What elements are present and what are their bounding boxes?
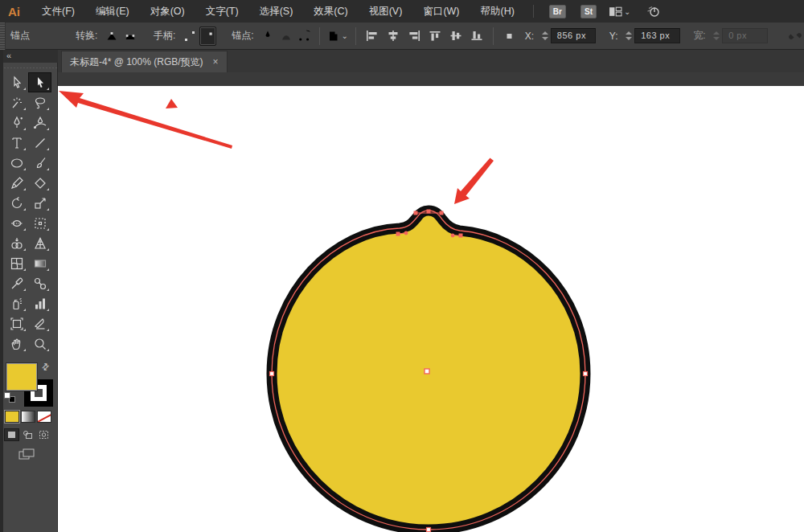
panel-edge xyxy=(0,50,3,532)
screen-mode-button[interactable] xyxy=(16,447,37,461)
menu-item-help[interactable]: 帮助(H) xyxy=(470,1,525,23)
gradient-mode-button[interactable] xyxy=(21,411,35,423)
y-label[interactable]: Y: xyxy=(609,31,618,42)
fill-color-swatch[interactable] xyxy=(6,363,37,391)
convert-label: 转换: xyxy=(76,29,97,43)
selection-tool[interactable] xyxy=(5,72,28,92)
draw-behind-button[interactable] xyxy=(20,428,35,441)
broken-chain-icon xyxy=(786,27,803,46)
bridge-button[interactable]: Br xyxy=(549,5,566,18)
artboard-canvas[interactable] xyxy=(58,86,804,532)
menu-item-effect[interactable]: 效果(C) xyxy=(303,1,358,23)
show-handles-icon[interactable] xyxy=(181,27,198,46)
close-icon[interactable]: × xyxy=(213,56,219,68)
x-stepper[interactable] xyxy=(541,30,548,43)
default-colors-icon[interactable] xyxy=(4,392,15,403)
artboard-tool[interactable] xyxy=(5,313,28,334)
document-tab[interactable]: 未标题-4* @ 100% (RGB/预览) × xyxy=(61,51,228,72)
shaper-tool[interactable] xyxy=(5,173,28,193)
menu-item-select[interactable]: 选择(S) xyxy=(249,1,304,23)
connect-path-icon[interactable] xyxy=(277,27,294,46)
hand-tool[interactable] xyxy=(5,334,28,354)
column-graph-tool[interactable] xyxy=(28,293,51,313)
align-top-icon[interactable] xyxy=(425,27,445,46)
align-center-horizontal-icon[interactable] xyxy=(384,27,403,46)
center-point-marker xyxy=(425,369,429,374)
panel-grip[interactable] xyxy=(0,23,6,50)
align-bottom-icon[interactable] xyxy=(467,27,486,46)
draw-inside-button[interactable] xyxy=(36,428,51,441)
scale-tool[interactable] xyxy=(28,193,51,213)
align-middle-vertical-icon[interactable] xyxy=(446,27,466,46)
menu-item-window[interactable]: 窗口(W) xyxy=(412,1,470,23)
lasso-tool[interactable] xyxy=(28,92,51,113)
menu-bar: Ai 文件(F)编辑(E)对象(O)文字(T)选择(S)效果(C)视图(V)窗口… xyxy=(0,0,804,23)
controlbar-divider xyxy=(355,27,356,45)
workspace-switcher-icon[interactable]: ⌄ xyxy=(609,6,630,18)
app-logo: Ai xyxy=(8,5,20,18)
width-tool[interactable] xyxy=(5,213,28,233)
menu-item-file[interactable]: 文件(F) xyxy=(31,1,85,23)
document-tab-title: 未标题-4* @ 100% (RGB/预览) xyxy=(70,55,203,69)
eyedropper-tool[interactable] xyxy=(5,273,28,293)
paintbrush-tool[interactable] xyxy=(28,153,51,173)
menu-item-type[interactable]: 文字(T) xyxy=(195,1,249,23)
width-field: 0 px xyxy=(722,28,768,43)
align-right-icon[interactable] xyxy=(404,27,424,46)
direct-selection-tool[interactable] xyxy=(28,72,51,92)
menu-item-edit[interactable]: 编辑(E) xyxy=(85,1,140,23)
menu-item-view[interactable]: 视图(V) xyxy=(359,1,413,23)
gradient-tool[interactable] xyxy=(28,253,51,273)
magic-wand-tool[interactable] xyxy=(5,92,28,113)
convert-to-smooth-icon[interactable] xyxy=(121,27,138,46)
color-mode-button[interactable] xyxy=(5,411,19,423)
stock-button[interactable]: St xyxy=(580,5,597,18)
tools-grid xyxy=(5,72,53,354)
mesh-tool[interactable] xyxy=(5,253,28,273)
free-transform-tool[interactable] xyxy=(28,213,51,233)
shape-builder-tool[interactable] xyxy=(5,233,28,253)
symbol-sprayer-tool[interactable] xyxy=(5,293,28,313)
chevron-down-icon: ⌄ xyxy=(624,7,630,16)
y-field[interactable]: 163 px xyxy=(634,28,680,43)
ellipse-tool[interactable] xyxy=(5,153,28,173)
remove-anchor-pen-icon[interactable] xyxy=(260,27,277,46)
controlbar-divider xyxy=(319,27,320,45)
pen-tool[interactable] xyxy=(5,113,28,133)
anchor-point-icon xyxy=(500,27,519,46)
blend-tool[interactable] xyxy=(28,273,51,293)
arrow-to-direct-selection xyxy=(59,91,232,149)
panel-collapse-button[interactable]: « xyxy=(3,50,58,63)
type-tool[interactable] xyxy=(5,133,28,153)
menu-item-object[interactable]: 对象(O) xyxy=(140,1,195,23)
handles-label: 手柄: xyxy=(154,29,175,43)
slice-tool[interactable] xyxy=(28,313,51,334)
swap-fill-stroke-icon[interactable]: ⇄ xyxy=(39,361,52,374)
control-bar: 锚点 转换: 手柄: 锚点: ⌄ X: 856 px xyxy=(0,23,804,50)
tab-strip-lower xyxy=(58,72,804,86)
x-label[interactable]: X: xyxy=(525,31,534,42)
cut-path-icon[interactable] xyxy=(296,27,313,46)
launch-icon[interactable] xyxy=(646,4,661,18)
x-field[interactable]: 856 px xyxy=(551,28,597,43)
line-segment-tool[interactable] xyxy=(28,133,51,153)
convert-to-corner-icon[interactable] xyxy=(103,27,120,46)
tools-panel: « ⇄ xyxy=(0,50,58,532)
zoom-tool[interactable] xyxy=(28,334,51,354)
rotate-tool[interactable] xyxy=(5,193,28,213)
draw-normal-button[interactable] xyxy=(4,428,19,441)
eraser-tool[interactable] xyxy=(28,173,51,193)
curvature-tool[interactable] xyxy=(28,113,51,133)
hide-handles-icon[interactable] xyxy=(199,27,216,46)
width-stepper xyxy=(713,30,720,43)
perspective-grid-tool[interactable] xyxy=(28,233,51,253)
small-triangle-mark xyxy=(166,99,178,108)
tab-strip: 未标题-4* @ 100% (RGB/预览) × xyxy=(58,50,804,86)
panel-drag-grip[interactable] xyxy=(3,63,58,72)
isolate-object-icon[interactable]: ⌄ xyxy=(326,27,349,46)
none-mode-button[interactable] xyxy=(37,411,51,423)
anchors-label: 锚点: xyxy=(232,29,253,43)
y-stepper[interactable] xyxy=(626,30,633,43)
controlbar-divider xyxy=(493,27,494,45)
align-left-icon[interactable] xyxy=(363,27,382,46)
